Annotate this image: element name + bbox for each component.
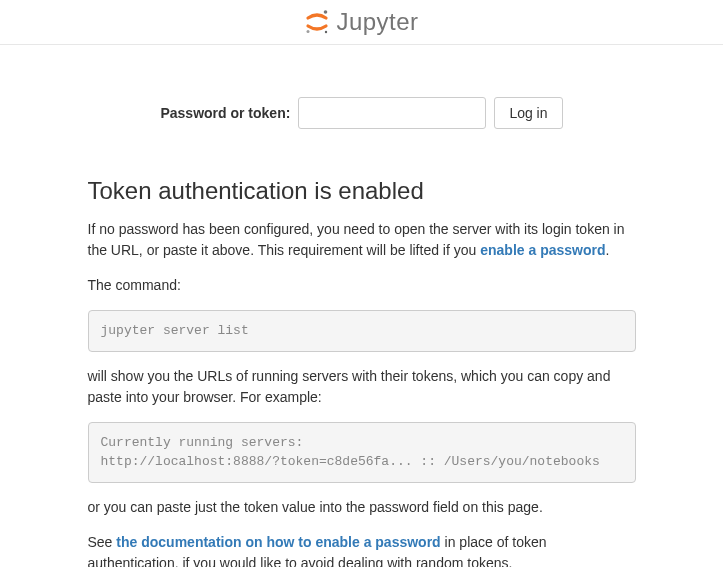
paste-paragraph: or you can paste just the token value in…	[88, 497, 636, 518]
intro-paragraph: If no password has been configured, you …	[88, 219, 636, 261]
password-input[interactable]	[298, 97, 486, 129]
example-code: Currently running servers: http://localh…	[88, 422, 636, 483]
svg-point-0	[324, 10, 328, 14]
docs-text-a: See	[88, 534, 117, 550]
app-header: Jupyter	[0, 0, 723, 45]
login-form: Password or token: Log in	[88, 45, 636, 177]
svg-point-1	[307, 30, 310, 33]
intro-text-b: .	[606, 242, 610, 258]
jupyter-logo: Jupyter	[304, 8, 418, 36]
svg-point-2	[325, 31, 327, 33]
logo-text: Jupyter	[336, 8, 418, 36]
explain-paragraph: will show you the URLs of running server…	[88, 366, 636, 408]
docs-link[interactable]: the documentation on how to enable a pas…	[116, 534, 440, 550]
main-container: Password or token: Log in Token authenti…	[88, 45, 636, 567]
jupyter-icon	[304, 9, 330, 35]
command-label: The command:	[88, 275, 636, 296]
login-button[interactable]: Log in	[494, 97, 562, 129]
enable-password-link[interactable]: enable a password	[480, 242, 605, 258]
docs-paragraph: See the documentation on how to enable a…	[88, 532, 636, 568]
password-label: Password or token:	[160, 105, 290, 121]
command-code: jupyter server list	[88, 310, 636, 352]
page-title: Token authentication is enabled	[88, 177, 636, 205]
